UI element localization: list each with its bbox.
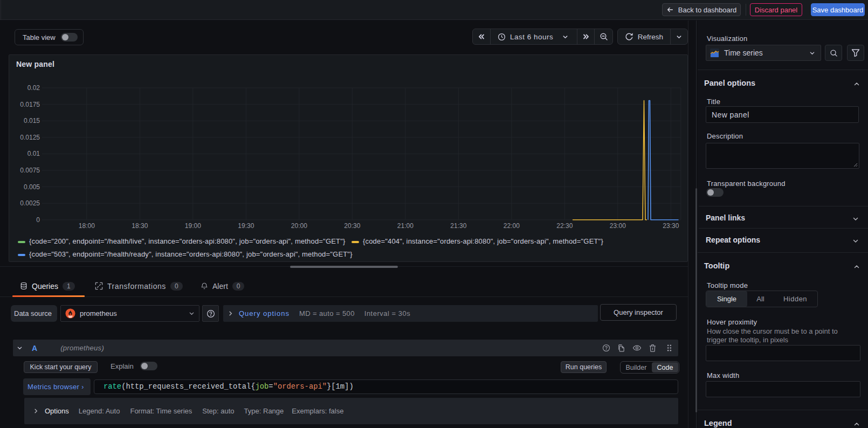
svg-text:0.0025: 0.0025 — [20, 199, 40, 207]
svg-text:0.005: 0.005 — [24, 183, 40, 191]
svg-text:22:30: 22:30 — [556, 222, 573, 230]
svg-text:0.0075: 0.0075 — [20, 167, 40, 174]
svg-text:19:30: 19:30 — [238, 222, 254, 230]
svg-text:19:00: 19:00 — [185, 222, 201, 230]
svg-text:21:30: 21:30 — [450, 222, 466, 230]
svg-text:0.01: 0.01 — [27, 150, 40, 157]
svg-text:23:30: 23:30 — [663, 222, 679, 230]
svg-text:0: 0 — [36, 216, 40, 224]
svg-text:23:00: 23:00 — [610, 222, 626, 230]
svg-text:22:00: 22:00 — [504, 222, 520, 230]
svg-text:21:00: 21:00 — [397, 222, 414, 230]
svg-text:0.0125: 0.0125 — [20, 134, 40, 141]
svg-text:18:30: 18:30 — [132, 222, 148, 230]
svg-text:0.015: 0.015 — [24, 117, 40, 125]
svg-text:20:30: 20:30 — [344, 222, 360, 230]
svg-text:0.0175: 0.0175 — [20, 101, 40, 108]
svg-text:18:00: 18:00 — [79, 222, 95, 230]
svg-text:0.02: 0.02 — [27, 84, 40, 92]
svg-text:20:00: 20:00 — [291, 222, 307, 230]
